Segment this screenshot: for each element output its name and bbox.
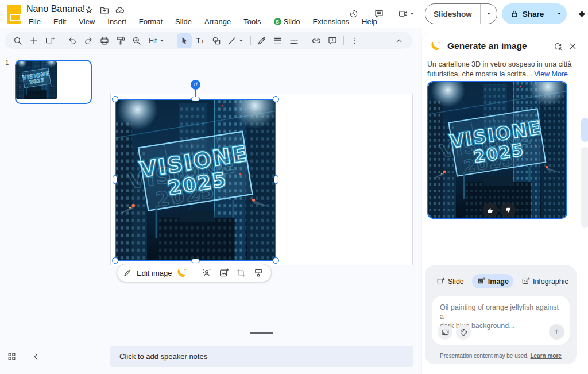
share-options-caret[interactable] [551,3,567,24]
generation-prompt-text: Un cartellone 3D in vetro sospeso in una… [427,60,572,79]
line-icon [227,36,237,46]
menu-view[interactable]: View [75,16,98,27]
generate-submit-button[interactable] [549,324,564,340]
chevron-down-icon [408,10,416,18]
edit-image-button[interactable]: Edit image [137,269,172,277]
rotate-handle[interactable] [191,80,200,90]
menu-slido[interactable]: S Slido [270,16,304,27]
thumbs-up-button[interactable] [483,203,498,218]
learn-more-link[interactable]: Learn more [530,353,561,359]
menu-slide[interactable]: Slide [172,16,195,27]
svg-text:T: T [202,38,205,44]
crop-image-button[interactable] [234,266,248,280]
edit-image-toolbar: Edit image [117,264,272,282]
banana-icon [176,267,188,279]
border-dash-button[interactable] [287,33,301,48]
share-button[interactable]: Share [502,9,551,18]
mask-image-button[interactable] [252,266,265,280]
menu-tools[interactable]: Tools [240,16,264,27]
banana-sparkle-icon [430,40,442,52]
slide-thumbnail[interactable]: VISIONE 2025 VISIONE 2025 VISIONE 2025 [15,60,92,104]
thumbnail-image: VISIONE 2025 VISIONE 2025 VISIONE 2025 [16,61,57,99]
document-title[interactable]: Nano Banana! [26,4,85,14]
move-folder-button[interactable] [99,5,110,16]
aspect-ratio-button[interactable] [438,325,452,340]
resize-handle-nw[interactable] [112,96,118,102]
menu-edit[interactable]: Edit [50,16,69,27]
paint-format-button[interactable] [113,33,128,48]
notes-resize-handle[interactable] [250,332,273,334]
menu-arrange[interactable]: Arrange [201,16,234,27]
chevron-down-icon [237,37,245,45]
slideshow-button-group: Slideshow [425,3,497,24]
slideshow-button[interactable]: Slideshow [425,10,480,18]
more-options-button[interactable] [347,33,362,48]
menubar: File Edit View Insert Format Slide Arran… [25,16,381,27]
tab-image[interactable]: Image [472,274,513,288]
slido-icon: S [274,18,281,25]
tab-slide[interactable]: Slide [432,274,469,288]
text-box-button[interactable]: TT [193,33,208,48]
version-history-button[interactable] [343,3,364,24]
slide-plus-icon [436,277,445,286]
border-color-button[interactable] [254,33,269,48]
select-tool-button[interactable] [177,33,192,48]
border-weight-button[interactable] [270,33,285,48]
share-button-group: Share [502,3,567,24]
add-comment-button[interactable] [325,33,340,48]
new-slide-button[interactable] [26,33,41,48]
close-panel-button[interactable] [565,38,580,53]
zoom-button[interactable] [129,33,144,48]
star-document-button[interactable] [84,5,94,16]
replace-image-button[interactable] [217,266,231,280]
camera-icon [398,9,408,19]
resize-handle-s[interactable] [191,259,200,263]
meet-camera-button[interactable] [394,3,420,24]
edit-image-pencil-icon [123,268,132,277]
collapse-filmstrip-button[interactable] [32,352,41,361]
zoom-fit-select[interactable]: Fit [145,36,169,45]
resize-handle-ne[interactable] [273,96,279,102]
comments-button[interactable] [369,3,389,24]
tab-infographic[interactable]: Infographic [517,274,573,288]
slideshow-options-caret[interactable] [480,4,497,24]
grid-view-button[interactable] [7,352,17,361]
print-button[interactable] [97,33,112,48]
line-tool-button[interactable] [225,33,247,48]
disclaimer-text: Presentation content may be used. Learn … [425,353,577,359]
slide-image-content: VISIONE 2025 VISIONE 2025 VISIONE 2025 [115,99,276,261]
resize-handle-sw[interactable] [112,257,118,264]
selected-image[interactable]: VISIONE 2025 VISIONE 2025 VISIONE 2025 [115,99,276,261]
reset-generation-button[interactable] [550,38,565,53]
resize-handle-e[interactable] [274,175,278,184]
slides-logo[interactable] [7,5,21,24]
hide-menus-button[interactable] [392,33,407,48]
gemini-star-button[interactable] [571,3,588,24]
new-slide-layout-button[interactable] [42,33,57,48]
toolbar: Fit TT [5,32,412,49]
panel-title: Generate an image [447,41,527,51]
speaker-notes[interactable]: Click to add speaker notes [110,346,413,367]
view-more-link[interactable]: View More [534,70,568,78]
resize-handle-se[interactable] [273,257,279,264]
thumbs-down-button[interactable] [501,203,516,218]
generate-image-panel: Generate an image Un cartellone 3D in ve… [422,32,588,374]
menu-file[interactable]: File [25,16,44,27]
insert-link-button[interactable] [309,33,324,48]
menu-insert[interactable]: Insert [104,16,130,27]
remove-background-button[interactable] [200,266,214,280]
prompt-input[interactable]: Oil painting of orange jellyfish against… [432,296,570,345]
infographic-plus-icon [521,277,530,286]
resize-handle-w[interactable] [113,175,117,184]
undo-button[interactable] [65,33,80,48]
style-palette-button[interactable] [456,325,471,340]
generated-image-preview[interactable]: VISIONE 2025 VISIONE 2025 VISIONE 2025 [427,81,567,219]
redo-button[interactable] [81,33,96,48]
search-menus-button[interactable] [10,33,25,48]
chevron-down-icon [158,37,166,45]
panel-scrollbar-thumb[interactable] [581,118,588,142]
resize-handle-n[interactable] [191,97,200,101]
lock-icon [510,9,519,18]
shapes-button[interactable] [209,33,224,48]
menu-format[interactable]: Format [136,16,166,27]
